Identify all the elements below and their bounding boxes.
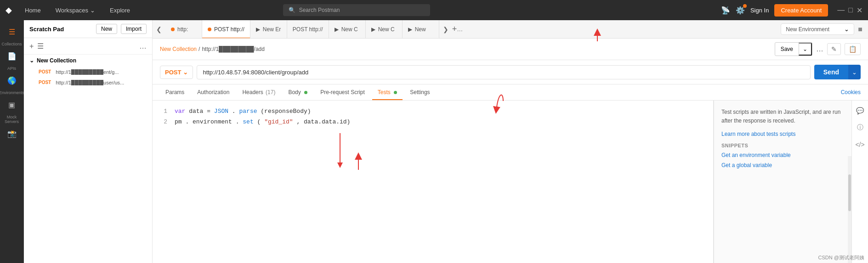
tab-pre-request[interactable]: Pre-request Script <box>315 84 370 100</box>
search-bar[interactable]: 🔍 Search Postman <box>283 4 430 16</box>
request-header: New Collection / http://1█████████/add S… <box>153 39 868 60</box>
list-item[interactable]: POST http://1█████████ent/g... <box>24 67 152 77</box>
snippet-get-env[interactable]: Get an environment variable <box>721 152 844 158</box>
tab-more-button[interactable]: … <box>457 26 463 33</box>
sidebar-icon-mock-servers[interactable]: ▣ <box>5 97 19 113</box>
play-icon: ▶ <box>256 26 260 33</box>
tab-nav-next[interactable]: ❯ <box>439 22 452 37</box>
add-collection-icon[interactable]: + <box>29 42 34 50</box>
main-content: ❮ http: POST http:// ▶ New Er POST http:… <box>153 20 868 263</box>
minimize-button[interactable]: — <box>837 6 845 15</box>
workspaces-link[interactable]: Workspaces ⌄ <box>52 5 99 16</box>
satellite-icon[interactable]: 📡 <box>721 6 730 15</box>
window-controls: — □ ✕ <box>837 6 862 15</box>
tab-nav-prev[interactable]: ❮ <box>153 22 165 37</box>
filter-icon[interactable]: ☰ <box>37 42 44 50</box>
chevron-down-icon: ⌄ <box>90 7 95 14</box>
tab-tests[interactable]: Tests <box>372 84 403 100</box>
sidebar-icon-apis[interactable]: 📄 <box>4 48 20 64</box>
dot-orange <box>171 28 175 31</box>
tab-authorization[interactable]: Authorization <box>192 84 235 100</box>
dot-orange <box>208 28 211 31</box>
main-layout: ☰ Collections 📄 APIs 🌎 Environments ▣ Mo… <box>0 20 868 263</box>
code-line-2: 2 pm . environment . set ( "gid_id" , da… <box>160 117 706 127</box>
request-tabs: Params Authorization Headers (17) Body P… <box>153 84 868 101</box>
new-button[interactable]: New <box>96 24 117 34</box>
play-icon: ▶ <box>371 26 375 33</box>
sign-in-button[interactable]: Sign In <box>750 7 769 14</box>
method-badge-post: POST <box>37 69 53 75</box>
method-select[interactable]: POST ⌄ <box>160 66 193 79</box>
notes-button[interactable]: 📋 <box>845 43 861 55</box>
request-header-actions: Save ⌄ … ✎ 📋 <box>775 42 861 56</box>
sidebar-icon-environments[interactable]: 🌎 <box>4 73 20 89</box>
more-options-button[interactable]: … <box>816 45 823 53</box>
environment-selector[interactable]: New Environment ⌄ <box>781 23 854 35</box>
save-button-group: Save ⌄ <box>775 42 812 56</box>
comments-icon[interactable]: 💬 <box>853 104 867 117</box>
sidebar-icon-collections[interactable]: ☰ <box>5 24 19 40</box>
breadcrumb: New Collection / http://1█████████/add <box>160 46 265 52</box>
tab-http-orange[interactable]: http: <box>165 20 202 39</box>
save-button[interactable]: Save <box>775 44 799 55</box>
breadcrumb-collection[interactable]: New Collection <box>160 46 197 52</box>
collection-name[interactable]: ⌄ New Collection <box>24 55 152 67</box>
postman-logo: ◆ <box>6 5 12 15</box>
play-icon: ▶ <box>408 26 412 33</box>
home-link[interactable]: Home <box>21 5 45 16</box>
cookies-link[interactable]: Cookies <box>841 89 861 95</box>
learn-more-link[interactable]: Learn more about tests scripts <box>721 131 844 137</box>
environment-label: New Environment <box>786 26 841 33</box>
snippets-label: SNIPPETS <box>721 143 844 148</box>
right-panel: Test scripts are written in JavaScript, … <box>714 101 851 263</box>
collection-panel: + ☰ … ⌄ New Collection POST http://1████… <box>24 38 152 263</box>
tab-post-http[interactable]: POST http:// <box>287 20 329 39</box>
method-badge-post: POST <box>37 79 53 85</box>
sidebar-icon-monitors[interactable]: 📸 <box>4 126 20 142</box>
more-options-icon[interactable]: … <box>139 42 147 50</box>
tab-body[interactable]: Body <box>283 84 313 100</box>
notification-badge <box>743 4 747 8</box>
maximize-button[interactable]: □ <box>848 6 853 15</box>
right-panel-description: Test scripts are written in JavaScript, … <box>721 108 844 125</box>
tab-new-c1[interactable]: ▶ New C <box>329 20 366 39</box>
body-dot <box>304 91 307 94</box>
tab-new[interactable]: ▶ New <box>403 20 439 39</box>
save-dropdown-button[interactable]: ⌄ <box>799 43 812 56</box>
left-panel-header: Scratch Pad New Import <box>24 20 152 38</box>
create-account-button[interactable]: Create Account <box>774 4 828 17</box>
info-icon[interactable]: ⓘ <box>854 121 866 134</box>
import-button[interactable]: Import <box>121 24 147 34</box>
explore-link[interactable]: Explore <box>106 5 134 16</box>
code-editor[interactable]: 1 var data = JSON . parse (responseBody)… <box>153 101 714 263</box>
request-url-1: http://1█████████ent/g... <box>56 69 119 75</box>
send-dropdown-button[interactable]: ⌄ <box>848 65 861 79</box>
search-icon: 🔍 <box>289 7 295 13</box>
side-icons-right: 💬 ⓘ </> <box>851 101 868 263</box>
tab-post-active[interactable]: POST http:// <box>202 20 250 39</box>
tab-headers[interactable]: Headers (17) <box>237 84 281 100</box>
side-panel-toggle[interactable]: ■ <box>858 25 862 34</box>
code-icon[interactable]: </> <box>852 138 867 151</box>
snippet-get-global[interactable]: Get a global variable <box>721 162 844 168</box>
tests-dot <box>394 91 397 94</box>
chevron-icon: ⌄ <box>29 57 34 64</box>
send-button[interactable]: Send <box>814 65 848 79</box>
top-nav: ◆ Home Workspaces ⌄ Explore 🔍 Search Pos… <box>0 0 868 20</box>
list-item[interactable]: POST http://1█████████user/us... <box>24 77 152 88</box>
close-button[interactable]: ✕ <box>857 6 862 15</box>
chevron-down-icon: ⌄ <box>183 69 188 76</box>
edit-button[interactable]: ✎ <box>827 43 841 55</box>
sidebar-icons: ☰ Collections 📄 APIs 🌎 Environments ▣ Mo… <box>0 20 24 263</box>
tab-settings[interactable]: Settings <box>404 84 435 100</box>
tab-params[interactable]: Params <box>160 84 190 100</box>
settings-icon[interactable]: ⚙️ <box>736 6 745 15</box>
tab-new-c2[interactable]: ▶ New C <box>366 20 403 39</box>
request-url-2: http://1█████████user/us... <box>56 80 124 85</box>
collection-toolbar: + ☰ … <box>24 38 152 55</box>
tab-new-er[interactable]: ▶ New Er <box>250 20 287 39</box>
code-line-1: 1 var data = JSON . parse (responseBody) <box>160 106 706 117</box>
tab-add-button[interactable]: + <box>452 24 457 34</box>
url-input[interactable] <box>197 65 810 79</box>
chevron-down-icon: ⌄ <box>844 26 849 33</box>
